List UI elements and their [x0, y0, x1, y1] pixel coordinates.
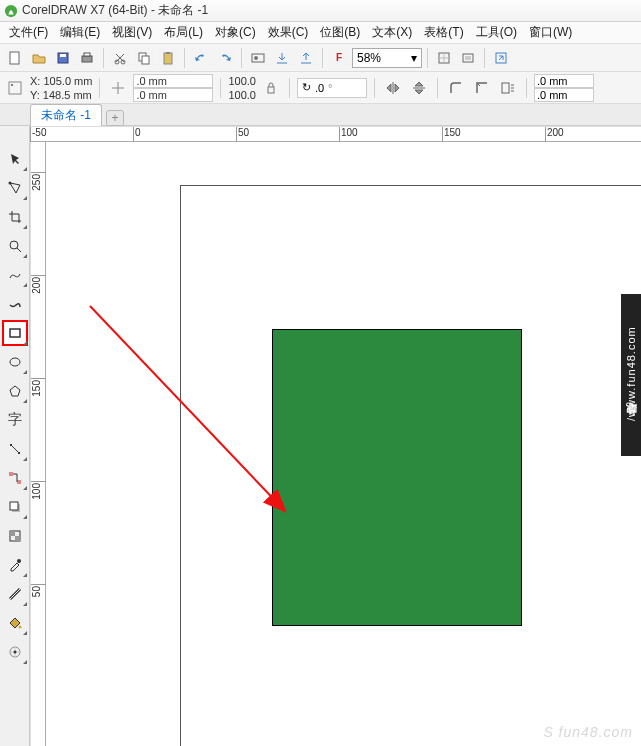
menu-edit[interactable]: 编辑(E): [55, 22, 105, 43]
menu-table[interactable]: 表格(T): [419, 22, 468, 43]
svg-point-33: [17, 559, 21, 563]
fill-tool[interactable]: [4, 612, 26, 634]
property-bar: X: 105.0 mm Y: 148.5 mm .0 mm .0 mm 100.…: [0, 72, 641, 104]
svg-rect-1: [10, 52, 19, 64]
horizontal-ruler[interactable]: -50 0 50 100 150 200: [30, 126, 641, 142]
redo-button[interactable]: [214, 47, 236, 69]
corner-watermark: S fun48.com: [543, 724, 633, 740]
svg-point-19: [11, 84, 13, 86]
cut-button[interactable]: [109, 47, 131, 69]
rotation-field[interactable]: ↻ .0 °: [297, 78, 367, 98]
new-button[interactable]: [4, 47, 26, 69]
chevron-down-icon: ▾: [411, 51, 417, 65]
tab-doc-1[interactable]: 未命名 -1: [30, 104, 102, 126]
menu-tools[interactable]: 工具(O): [471, 22, 522, 43]
svg-rect-3: [60, 54, 66, 57]
undo-button[interactable]: [190, 47, 212, 69]
print-button[interactable]: [76, 47, 98, 69]
drawn-rectangle[interactable]: [272, 329, 522, 626]
eyedropper-tool[interactable]: [4, 554, 26, 576]
rotation-value: .0: [315, 82, 324, 94]
svg-rect-10: [164, 53, 172, 64]
svg-rect-4: [82, 56, 92, 62]
y-value: 148.5 mm: [43, 89, 92, 101]
search-content-button[interactable]: [247, 47, 269, 69]
svg-rect-14: [439, 53, 449, 63]
transparency-tool[interactable]: [4, 525, 26, 547]
standard-toolbar: F 58% ▾: [0, 44, 641, 72]
pick-tool[interactable]: [4, 148, 26, 170]
width-field[interactable]: .0 mm: [133, 74, 213, 88]
svg-rect-24: [10, 329, 20, 337]
position-icon: [4, 77, 26, 99]
corner-shape-button[interactable]: [445, 77, 467, 99]
svg-rect-21: [502, 83, 509, 93]
svg-point-23: [10, 241, 18, 249]
zoom-value: 58%: [357, 51, 381, 65]
canvas[interactable]: [46, 142, 641, 746]
publish-pdf-button[interactable]: F: [328, 47, 350, 69]
svg-rect-18: [9, 82, 21, 94]
svg-rect-15: [463, 54, 473, 62]
open-button[interactable]: [28, 47, 50, 69]
size-icon: [107, 77, 129, 99]
text-tool[interactable]: 字: [4, 409, 26, 431]
document-tabs: 未命名 -1 +: [0, 104, 641, 126]
crop-tool[interactable]: [4, 206, 26, 228]
add-tab-button[interactable]: +: [106, 110, 124, 126]
svg-rect-31: [10, 531, 15, 536]
side-watermark: 放肆吧/www.fun48.com: [621, 294, 641, 456]
outline-width-1[interactable]: .0 mm: [534, 74, 594, 88]
menu-object[interactable]: 对象(C): [210, 22, 261, 43]
rectangle-tool[interactable]: [4, 322, 26, 344]
menu-bitmap[interactable]: 位图(B): [315, 22, 365, 43]
freehand-tool[interactable]: [4, 264, 26, 286]
y-label: Y:: [30, 89, 40, 101]
vertical-ruler[interactable]: 250 200 150 100 50: [30, 142, 46, 746]
paste-button[interactable]: [157, 47, 179, 69]
mirror-v-button[interactable]: [408, 77, 430, 99]
export-button[interactable]: [295, 47, 317, 69]
svg-rect-12: [252, 54, 264, 62]
dropshadow-tool[interactable]: [4, 496, 26, 518]
height-field[interactable]: .0 mm: [133, 88, 213, 102]
snap-button[interactable]: [433, 47, 455, 69]
shape-tool[interactable]: [4, 177, 26, 199]
svg-rect-11: [166, 52, 170, 54]
smear-tool[interactable]: [4, 293, 26, 315]
scale-x[interactable]: 100.0: [228, 74, 256, 88]
connector-tool[interactable]: [4, 467, 26, 489]
launch-button[interactable]: [490, 47, 512, 69]
polygon-tool[interactable]: [4, 380, 26, 402]
menu-bar: 文件(F) 编辑(E) 视图(V) 布局(L) 对象(C) 效果(C) 位图(B…: [0, 22, 641, 44]
menu-text[interactable]: 文本(X): [367, 22, 417, 43]
outline-tool[interactable]: [4, 583, 26, 605]
svg-rect-9: [142, 56, 149, 64]
x-value: 105.0 mm: [43, 75, 92, 87]
mirror-h-button[interactable]: [382, 77, 404, 99]
corner-shape-2-button[interactable]: [471, 77, 493, 99]
lock-ratio-icon[interactable]: [260, 77, 282, 99]
menu-layout[interactable]: 布局(L): [159, 22, 208, 43]
options-button[interactable]: [457, 47, 479, 69]
svg-rect-16: [465, 56, 471, 60]
svg-rect-27: [17, 480, 21, 484]
menu-view[interactable]: 视图(V): [107, 22, 157, 43]
interactive-fill-tool[interactable]: [4, 641, 26, 663]
save-button[interactable]: [52, 47, 74, 69]
import-button[interactable]: [271, 47, 293, 69]
menu-window[interactable]: 窗口(W): [524, 22, 577, 43]
app-logo-icon: [4, 4, 18, 18]
menu-effects[interactable]: 效果(C): [263, 22, 314, 43]
zoom-tool[interactable]: [4, 235, 26, 257]
copy-button[interactable]: [133, 47, 155, 69]
wrap-button[interactable]: [497, 77, 519, 99]
menu-file[interactable]: 文件(F): [4, 22, 53, 43]
zoom-level[interactable]: 58% ▾: [352, 48, 422, 68]
outline-width-2[interactable]: .0 mm: [534, 88, 594, 102]
ellipse-tool[interactable]: [4, 351, 26, 373]
scale-y[interactable]: 100.0: [228, 88, 256, 102]
svg-rect-32: [15, 536, 20, 541]
toolbox: 字: [0, 126, 30, 746]
dimension-tool[interactable]: [4, 438, 26, 460]
